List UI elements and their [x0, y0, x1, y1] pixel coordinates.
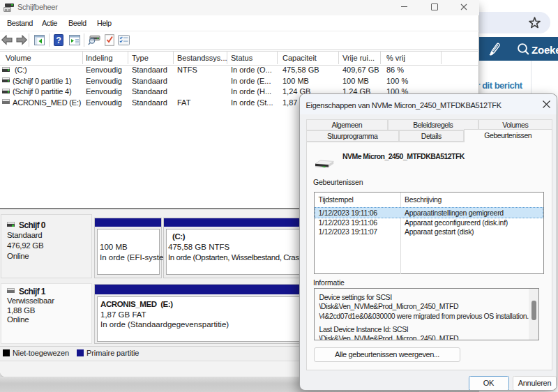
svg-text:?: ?: [56, 36, 61, 45]
